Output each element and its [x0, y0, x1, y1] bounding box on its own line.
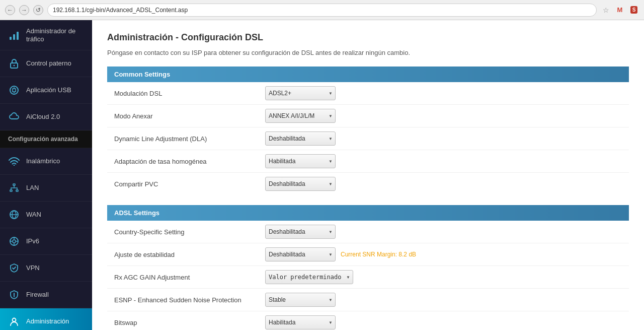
modo-anexar-row: Modo Anexar ANNEX A/I/J/L/M ANNEX B ANNE…: [107, 105, 629, 127]
forward-button[interactable]: →: [19, 5, 29, 15]
estabilidad-select[interactable]: Deshabilitada Habilitada: [265, 247, 336, 261]
modulacion-dsl-select[interactable]: ADSL2+ ADSL2 ADSL VDSL2: [265, 86, 336, 100]
svg-rect-0: [10, 37, 12, 40]
dla-control: Deshabilitada Habilitada ▼: [258, 127, 629, 150]
sidebar-item-traffic[interactable]: Administrador de tráfico: [0, 20, 92, 50]
common-settings-header: Common Settings: [107, 67, 629, 82]
usb-icon: [8, 84, 20, 96]
svg-point-12: [13, 240, 16, 243]
common-settings-section: Common Settings Modulación DSL ADSL2+ AD…: [107, 67, 629, 195]
svg-rect-1: [13, 34, 15, 40]
sidebar-label-firewall: Firewall: [26, 291, 49, 299]
svg-point-6: [14, 165, 15, 166]
compartir-pvc-label: Compartir PVC: [107, 175, 258, 193]
adaptacion-row: Adaptación de tasa homogénea Habilitada …: [107, 150, 629, 173]
dla-label: Dynamic Line Adjustment (DLA): [107, 130, 258, 148]
advanced-section-label: Configuración avanzada: [8, 136, 78, 143]
svg-rect-8: [10, 190, 12, 191]
modulacion-dsl-row: Modulación DSL ADSL2+ ADSL2 ADSL VDSL2 ▼: [107, 82, 629, 105]
admin-icon: [8, 315, 20, 327]
estabilidad-select-wrapper: Deshabilitada Habilitada ▼: [265, 247, 336, 261]
traffic-icon: [8, 29, 20, 41]
svg-point-4: [14, 65, 15, 67]
url-bar[interactable]: 192.168.1.1/cgi-bin/Advanced_ADSL_Conten…: [47, 4, 597, 17]
sidebar-item-parental[interactable]: Control paterno: [0, 50, 92, 77]
agc-gain-row: Rx AGC GAIN Adjustment Valor predetermin…: [107, 266, 629, 289]
browser-bar: ← → ↺ 192.168.1.1/cgi-bin/Advanced_ADSL_…: [0, 0, 644, 20]
page-title: Administración - Configuración DSL: [107, 32, 629, 43]
bitswap-control: Habilitada Deshabilitada ▼: [258, 311, 629, 330]
parental-icon: [8, 57, 20, 70]
dla-select-wrapper: Deshabilitada Habilitada ▼: [265, 131, 336, 146]
adaptacion-select-wrapper: Habilitada Deshabilitada ▼: [265, 154, 336, 168]
sidebar-item-lan[interactable]: LAN: [0, 175, 92, 202]
country-setting-select[interactable]: Deshabilitada Habilitada: [265, 225, 336, 239]
url-text: 192.168.1.1/cgi-bin/Advanced_ADSL_Conten…: [53, 7, 188, 14]
esnp-row: ESNP - Enhanced Sudden Noise Protection …: [107, 289, 629, 311]
agc-gain-select-wrapper: Valor predeterminado Bajo Alto ▼: [265, 270, 353, 284]
country-setting-row: Country-Specific Setting Deshabilitada H…: [107, 221, 629, 243]
sidebar-item-admin[interactable]: Administración: [0, 308, 92, 330]
agc-gain-select[interactable]: Valor predeterminado Bajo Alto: [265, 270, 353, 284]
page-description: Póngase en contacto con su ISP para obte…: [107, 49, 629, 56]
sidebar-label-vpn: VPN: [26, 264, 40, 272]
estabilidad-row: Ajuste de estabilidad Deshabilitada Habi…: [107, 243, 629, 266]
gmail-icon[interactable]: M: [615, 5, 625, 15]
adsl-settings-header: ADSL Settings: [107, 205, 629, 221]
svg-point-13: [13, 318, 16, 322]
sidebar-label-ipv6: IPv6: [26, 237, 39, 245]
esnp-select-wrapper: Stable Normal Fast ▼: [265, 293, 336, 307]
vpn-icon: [8, 262, 20, 274]
sidebar-item-aicloud[interactable]: AiCloud 2.0: [0, 104, 92, 130]
sidebar-label-lan: LAN: [26, 184, 39, 192]
bitswap-label: Bitswap: [107, 314, 258, 331]
bookmark-icon[interactable]: ☆: [601, 5, 611, 15]
modulacion-dsl-label: Modulación DSL: [107, 85, 258, 102]
sidebar-item-usb[interactable]: Aplicación USB: [0, 77, 92, 104]
svg-rect-9: [16, 190, 18, 191]
refresh-button[interactable]: ↺: [33, 5, 43, 15]
sidebar-item-firewall[interactable]: Firewall: [0, 282, 92, 308]
dla-select[interactable]: Deshabilitada Habilitada: [265, 131, 336, 146]
modo-anexar-control: ANNEX A/I/J/L/M ANNEX B ANNEX M ▼: [258, 105, 629, 127]
compartir-pvc-select-wrapper: Deshabilitada Habilitada ▼: [265, 177, 336, 191]
ipv6-icon: [8, 235, 20, 247]
esnp-control: Stable Normal Fast ▼: [258, 289, 629, 311]
snr-info: Current SNR Margin: 8.2 dB: [341, 251, 416, 258]
sidebar-label-aicloud: AiCloud 2.0: [26, 113, 60, 121]
agc-gain-label: Rx AGC GAIN Adjustment: [107, 269, 258, 286]
modulacion-dsl-select-wrapper: ADSL2+ ADSL2 ADSL VDSL2 ▼: [265, 86, 336, 100]
extension-icon[interactable]: S: [629, 5, 639, 15]
sidebar-item-wan[interactable]: WAN: [0, 202, 92, 228]
sidebar-label-wifi: Inalámbrico: [26, 157, 60, 165]
compartir-pvc-select[interactable]: Deshabilitada Habilitada: [265, 177, 336, 191]
bitswap-select[interactable]: Habilitada Deshabilitada: [265, 315, 336, 329]
modulacion-dsl-control: ADSL2+ ADSL2 ADSL VDSL2 ▼: [258, 82, 629, 104]
country-setting-control: Deshabilitada Habilitada ▼: [258, 221, 629, 243]
compartir-pvc-control: Deshabilitada Habilitada ▼: [258, 173, 629, 195]
country-setting-select-wrapper: Deshabilitada Habilitada ▼: [265, 225, 336, 239]
content-area: Administración - Configuración DSL Pónga…: [92, 20, 644, 330]
adaptacion-select[interactable]: Habilitada Deshabilitada: [265, 154, 336, 168]
wan-icon: [8, 209, 20, 221]
bitswap-select-wrapper: Habilitada Deshabilitada ▼: [265, 315, 336, 329]
main-layout: Administrador de tráfico Control paterno: [0, 20, 644, 330]
esnp-select[interactable]: Stable Normal Fast: [265, 293, 336, 307]
modo-anexar-label: Modo Anexar: [107, 107, 258, 125]
modo-anexar-select[interactable]: ANNEX A/I/J/L/M ANNEX B ANNEX M: [265, 109, 336, 123]
estabilidad-label: Ajuste de estabilidad: [107, 246, 258, 263]
modo-anexar-select-wrapper: ANNEX A/I/J/L/M ANNEX B ANNEX M ▼: [265, 109, 336, 123]
agc-gain-control: Valor predeterminado Bajo Alto ▼: [258, 266, 629, 288]
sidebar-label-parental: Control paterno: [26, 59, 71, 68]
sidebar-label-usb: Aplicación USB: [26, 86, 71, 94]
svg-rect-2: [17, 32, 19, 40]
sidebar-label-admin: Administración: [26, 317, 69, 325]
back-button[interactable]: ←: [5, 5, 15, 15]
adaptacion-label: Adaptación de tasa homogénea: [107, 153, 258, 170]
sidebar-item-vpn[interactable]: VPN: [0, 255, 92, 282]
sidebar-item-ipv6[interactable]: IPv6: [0, 228, 92, 255]
page-container: Administración - Configuración DSL Pónga…: [92, 20, 644, 330]
bitswap-row: Bitswap Habilitada Deshabilitada ▼: [107, 311, 629, 330]
lan-icon: [8, 182, 20, 194]
sidebar-item-wifi[interactable]: Inalámbrico: [0, 148, 92, 175]
